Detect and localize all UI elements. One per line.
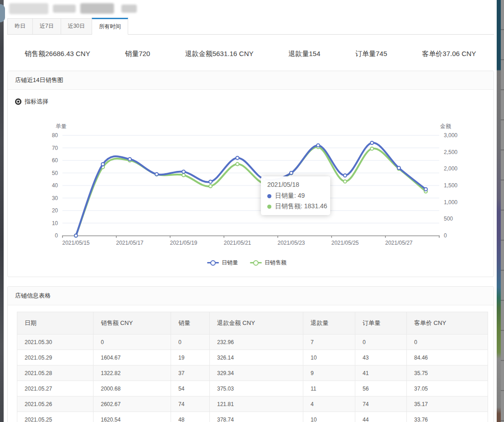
metric-selector-button[interactable]: 指标选择 — [15, 98, 48, 106]
table-cell: 33.76 — [407, 412, 488, 422]
stat-label: 订单量 — [355, 50, 376, 57]
svg-text:2021/05/21: 2021/05/21 — [223, 240, 251, 246]
table-cell: 10 — [303, 350, 355, 365]
tooltip-row-sales-amount: 日销售额: 1831.46 — [267, 202, 324, 211]
svg-text:0: 0 — [55, 232, 58, 239]
stat-value: 5631.16 CNY — [213, 50, 254, 57]
stat-sales-volume: 销量720 — [125, 50, 150, 58]
svg-text:30: 30 — [52, 195, 58, 201]
tab-last-30-days[interactable]: 近30日 — [61, 18, 92, 34]
legend-item-sales-volume[interactable]: 日销量 — [207, 259, 238, 267]
table-cell: 41 — [355, 365, 407, 381]
stat-avg-order-value: 客单价37.06 CNY — [422, 50, 476, 58]
table-cell: 11 — [303, 381, 355, 396]
svg-text:金额: 金额 — [440, 123, 451, 129]
svg-text:2021/05/23: 2021/05/23 — [277, 240, 305, 246]
svg-text:2021/05/15: 2021/05/15 — [62, 240, 89, 246]
window-scrollbar[interactable] — [501, 0, 504, 422]
column-header: 销量 — [171, 312, 210, 335]
table-cell: 54 — [171, 381, 210, 396]
tooltip-row-sales-volume: 日销量: 49 — [267, 192, 324, 200]
svg-text:20: 20 — [52, 207, 58, 214]
shop-info-table-panel: 店铺信息表格 日期销售额 CNY销量退款金额 CNY退款量订单量客单价 CNY … — [7, 286, 494, 422]
legend-item-sales-amount[interactable]: 日销售额 — [250, 259, 286, 267]
stat-value: 154 — [309, 50, 320, 57]
svg-text:70: 70 — [52, 145, 58, 151]
table-cell: 10 — [303, 412, 355, 422]
table-cell: 0 — [407, 335, 488, 350]
table-cell: 378.74 — [210, 412, 303, 422]
svg-text:2021/05/27: 2021/05/27 — [385, 240, 412, 246]
column-header: 订单量 — [355, 312, 407, 335]
tab-last-7-days[interactable]: 近7日 — [32, 18, 61, 34]
table-cell: 1604.67 — [94, 350, 171, 365]
chart-panel-title: 店铺近14日销售图 — [8, 71, 494, 90]
table-cell: 37.05 — [407, 381, 488, 396]
table-row: 2021.05.262602.6774121.8147435.17 — [17, 396, 488, 412]
redacted-text-blob — [53, 5, 76, 13]
stat-label: 客单价 — [422, 50, 442, 57]
column-header: 销售额 CNY — [94, 312, 171, 335]
table-cell: 2000.68 — [94, 381, 171, 396]
svg-text:60: 60 — [52, 157, 58, 164]
svg-text:3,000: 3,000 — [444, 132, 457, 139]
stat-label: 退款量 — [288, 50, 309, 57]
table-cell: 0 — [171, 335, 210, 350]
tooltip-text: 日销量: 49 — [275, 192, 305, 200]
tooltip-date: 2021/05/18 — [267, 181, 324, 188]
svg-text:2021/05/19: 2021/05/19 — [170, 240, 197, 246]
tab-yesterday[interactable]: 昨日 — [7, 18, 33, 34]
table-cell: 56 — [355, 381, 407, 396]
stat-value: 745 — [376, 50, 387, 57]
table-cell: 2602.67 — [94, 396, 171, 412]
svg-text:2,000: 2,000 — [444, 165, 457, 172]
stat-refund-amount: 退款金额5631.16 CNY — [185, 50, 254, 58]
stat-label: 退款金额 — [185, 50, 213, 57]
redacted-text-blob — [9, 3, 48, 14]
svg-text:500: 500 — [444, 216, 453, 222]
stat-value: 37.06 CNY — [442, 50, 476, 57]
svg-text:1,000: 1,000 — [444, 199, 457, 206]
line-chart: 0102030405060708005001,0001,5002,0002,50… — [8, 122, 486, 273]
svg-text:单量: 单量 — [56, 123, 67, 129]
stat-sales-amount: 销售额26686.43 CNY — [25, 50, 90, 58]
desktop-wallpaper-edge — [497, 0, 501, 422]
sidebar-toggle-knob[interactable] — [0, 4, 5, 22]
table-cell: 7 — [303, 335, 355, 350]
table-cell: 35.75 — [407, 365, 488, 381]
table-cell: 44 — [355, 412, 407, 422]
left-window-edge — [0, 0, 4, 422]
table-header-row: 日期销售额 CNY销量退款金额 CNY退款量订单量客单价 CNY — [17, 312, 488, 335]
stat-refund-volume: 退款量154 — [288, 50, 320, 58]
table-row: 2021.05.291604.6719326.14104384.46 — [17, 350, 488, 365]
series-dot-icon — [267, 205, 271, 209]
svg-text:0: 0 — [444, 232, 447, 239]
line-chart-canvas[interactable]: 0102030405060708005001,0001,5002,0002,50… — [8, 122, 486, 259]
tooltip-text: 日销售额: 1831.46 — [275, 202, 327, 211]
svg-text:1,500: 1,500 — [444, 182, 457, 189]
column-header: 客单价 CNY — [407, 312, 488, 335]
stat-value: 720 — [139, 50, 150, 57]
column-header: 日期 — [17, 312, 94, 335]
table-cell: 74 — [171, 396, 210, 412]
svg-text:2,500: 2,500 — [444, 149, 457, 155]
tab-all-time[interactable]: 所有时间 — [92, 18, 128, 35]
table-cell: 19 — [171, 350, 210, 365]
table-cell: 329.34 — [210, 365, 303, 381]
table-row: 2021.05.281322.8237329.3494135.75 — [17, 365, 488, 381]
svg-text:10: 10 — [52, 220, 58, 226]
stat-label: 销售额 — [25, 50, 45, 57]
stat-label: 销量 — [125, 50, 139, 57]
svg-text:2021/05/17: 2021/05/17 — [116, 240, 143, 246]
table-cell: 2021.05.27 — [17, 381, 94, 396]
table-row: 2021.05.3000232.96700 — [17, 335, 488, 350]
legend-label: 日销量 — [222, 259, 238, 267]
sales-chart-panel: 店铺近14日销售图 指标选择 0102030405060708005001,00… — [7, 71, 494, 277]
table-cell: 2021.05.26 — [17, 396, 94, 412]
table-cell: 48 — [171, 412, 210, 422]
table-cell: 2021.05.28 — [17, 365, 94, 381]
target-icon — [15, 98, 21, 105]
table-cell: 2021.05.29 — [17, 350, 94, 365]
table-panel-title: 店铺信息表格 — [8, 287, 494, 305]
legend-line-marker-icon — [250, 260, 262, 266]
